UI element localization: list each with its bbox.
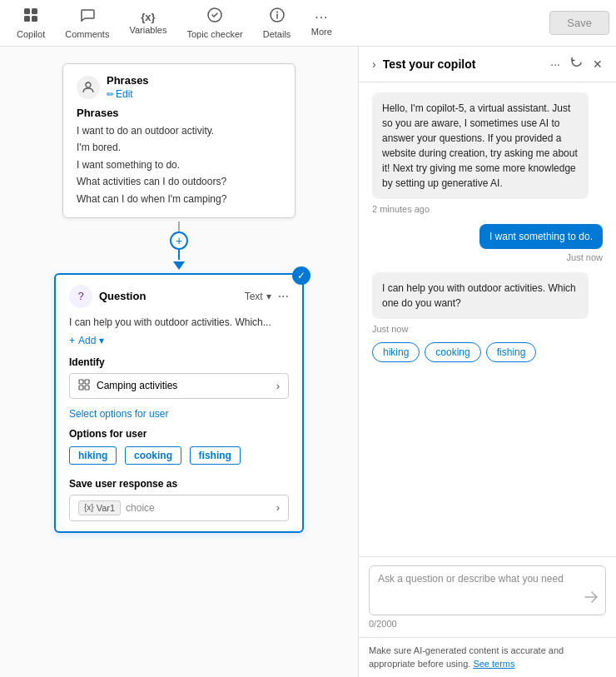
svg-rect-0 (24, 8, 30, 14)
bot-intro-bubble: Hello, I'm copilot-5, a virtual assistan… (372, 92, 589, 199)
option-chips: hiking cooking fishing (372, 342, 603, 362)
disclaimer-text: Make sure AI-generated content is accura… (369, 645, 564, 668)
connector-arrow (173, 261, 185, 270)
bot-intro-time: 2 minutes ago (372, 204, 603, 214)
connector-line-bottom (178, 250, 180, 260)
tags-row: hiking cooking fishing (69, 446, 289, 470)
svg-rect-11 (79, 386, 83, 390)
panel-refresh-button[interactable] (570, 57, 583, 72)
panel-expand-icon[interactable]: › (372, 57, 376, 71)
question-card: ✓ ? Question Text ▾ ··· I can help you w… (54, 273, 304, 533)
question-card-header: ? Question Text ▾ ··· (69, 285, 289, 308)
nav-item-comments[interactable]: Comments (55, 3, 119, 42)
identify-chevron-icon: › (276, 380, 280, 392)
copilot-label: Copilot (17, 29, 45, 39)
phrase-3: I want something to do. (77, 157, 281, 173)
chat-input-count: 0/2000 (369, 619, 606, 629)
variables-label: Variables (129, 25, 166, 35)
svg-point-8 (86, 82, 91, 87)
phrases-card-header: Phrases ✏ Edit (77, 74, 281, 100)
panel-header: › Test your copilot ··· ✕ (359, 47, 616, 82)
save-response-box[interactable]: {x} Var1 choice › (69, 495, 289, 521)
identify-box[interactable]: Camping activities › (69, 373, 289, 399)
phrases-card-title: Phrases (107, 74, 149, 87)
options-label: Options for user (69, 428, 289, 440)
nav-item-details[interactable]: Details (253, 3, 301, 42)
nav-item-more[interactable]: ··· More (301, 7, 342, 40)
connector: + (170, 222, 188, 270)
save-response-label: Save user response as (69, 478, 289, 490)
add-row[interactable]: + Add ▾ (69, 335, 289, 346)
save-response-chevron-icon: › (276, 501, 280, 514)
question-text: I can help you with outdoor activities. … (69, 316, 289, 328)
see-terms-link[interactable]: See terms (473, 659, 514, 669)
panel-icons: ··· ✕ (550, 57, 603, 72)
copilot-icon (22, 7, 39, 27)
canvas: Phrases ✏ Edit Phrases I want to do an o… (0, 47, 358, 677)
question-card-title: Question (99, 290, 245, 302)
phrase-1: I want to do an outdoor activity. (77, 122, 281, 139)
phrases-section-label: Phrases (77, 107, 281, 119)
bot-response-bubble: I can help you with outdoor activities. … (372, 272, 589, 319)
chip-hiking[interactable]: hiking (372, 342, 420, 362)
chevron-down-icon: ▾ (266, 291, 271, 302)
nav-item-copilot[interactable]: Copilot (7, 3, 55, 42)
panel-title: Test your copilot (383, 57, 544, 71)
var-icon: {x} (84, 503, 94, 512)
phrases-icon (77, 76, 100, 99)
add-chevron-icon: ▾ (99, 335, 104, 346)
phrase-5: What can I do when I'm camping? (77, 191, 281, 207)
phrases-edit-link[interactable]: ✏ Edit (107, 88, 149, 100)
right-panel: › Test your copilot ··· ✕ Hello, I'm cop… (358, 47, 616, 677)
type-badge[interactable]: Text ▾ (245, 291, 271, 302)
disclaimer: Make sure AI-generated content is accura… (359, 637, 616, 677)
identify-box-text: Camping activities (97, 380, 270, 391)
svg-rect-1 (32, 8, 37, 14)
comments-icon (79, 7, 96, 27)
nav-item-variables[interactable]: {x} Variables (119, 7, 176, 38)
pencil-icon: ✏ (107, 89, 114, 100)
phrase-4: What activities can I do outdoors? (77, 173, 281, 190)
send-button[interactable] (584, 590, 599, 608)
panel-close-button[interactable]: ✕ (593, 57, 603, 71)
option-tag-fishing[interactable]: fishing (190, 446, 241, 465)
option-tag-cooking[interactable]: cooking (125, 446, 181, 465)
chip-fishing[interactable]: fishing (486, 342, 537, 362)
phrases-list: I want to do an outdoor activity. I'm bo… (77, 122, 281, 207)
svg-point-7 (276, 12, 278, 13)
svg-rect-12 (85, 386, 89, 390)
svg-rect-3 (32, 16, 37, 22)
connector-line-top (178, 222, 180, 231)
chip-cooking[interactable]: cooking (425, 342, 480, 362)
chat-input-area: Ask a question or describe what you need… (359, 556, 616, 637)
more-label: More (311, 27, 332, 37)
top-navigation: Copilot Comments {x} Variables Topic che… (0, 0, 616, 47)
option-tag-hiking[interactable]: hiking (69, 446, 117, 465)
topic-checker-label: Topic checker (186, 29, 242, 39)
question-icon: ? (69, 285, 92, 308)
phrase-2: I'm bored. (77, 139, 281, 156)
var-label: Var1 (97, 503, 115, 513)
svg-rect-9 (79, 380, 83, 384)
panel-options-button[interactable]: ··· (550, 57, 560, 71)
user-bubble: I want something to do. (479, 224, 603, 249)
identify-box-icon (78, 379, 90, 393)
main-area: Phrases ✏ Edit Phrases I want to do an o… (0, 47, 616, 677)
type-label: Text (245, 291, 263, 302)
details-icon (269, 7, 286, 27)
svg-rect-10 (85, 380, 89, 384)
add-label: Add (78, 335, 96, 346)
identify-label: Identify (69, 356, 289, 368)
save-button[interactable]: Save (549, 11, 609, 35)
save-response-choice: choice (126, 502, 271, 514)
var-tag: {x} Var1 (78, 500, 121, 515)
select-options-link[interactable]: Select options for user (69, 408, 168, 420)
comments-label: Comments (65, 29, 109, 39)
nav-item-topic-checker[interactable]: Topic checker (176, 3, 252, 42)
question-more-button[interactable]: ··· (278, 289, 289, 304)
chat-input-wrapper: Ask a question or describe what you need… (369, 565, 606, 629)
svg-rect-2 (24, 16, 30, 22)
plus-icon: + (69, 335, 75, 346)
add-node-button[interactable]: + (170, 231, 188, 250)
chat-input-placeholder: Ask a question or describe what you need (378, 573, 564, 585)
